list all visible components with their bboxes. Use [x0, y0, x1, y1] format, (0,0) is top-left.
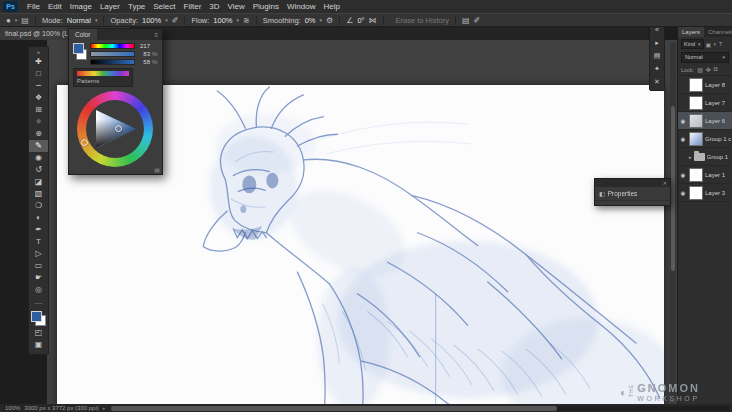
menu-type[interactable]: Type — [124, 0, 149, 13]
color-slider-value[interactable]: 83 — [137, 51, 150, 57]
smoothing-gear-icon[interactable]: ⚙ — [326, 16, 333, 25]
blur-tool[interactable]: ❍ — [29, 200, 48, 212]
sb-marker[interactable] — [115, 125, 122, 132]
zoom-level[interactable]: 100% — [5, 405, 20, 411]
brush-settings-panel-icon[interactable]: ▤ — [462, 16, 470, 25]
brushes-panel-icon[interactable]: ▤ — [654, 52, 661, 60]
lasso-tool[interactable]: ∽ — [29, 80, 48, 92]
symmetry-icon[interactable]: ⋈ — [369, 16, 377, 25]
color-panel-options-icon[interactable]: ▤ — [154, 166, 160, 173]
layer-row-layer-1[interactable]: ◉Layer 1 — [678, 166, 732, 184]
screen-mode-button[interactable]: ▣ — [29, 339, 48, 351]
collapse-toolbar-icon[interactable]: » — [37, 48, 40, 56]
quick-mask-button[interactable]: ◰ — [29, 327, 48, 339]
group-expand-icon[interactable]: ▸ — [689, 154, 692, 160]
color-slider-value[interactable]: 58 — [137, 59, 150, 65]
toggle-brush-panel-icon[interactable]: ▤ — [21, 16, 29, 25]
eraser-tool[interactable]: ◪ — [29, 176, 48, 188]
history-brush-tool[interactable]: ↺ — [29, 164, 48, 176]
patterns-dropdown[interactable]: Patterns — [73, 68, 133, 87]
healing-brush-tool[interactable]: ⊕ — [29, 128, 48, 140]
move-tool[interactable]: ✚ — [29, 56, 48, 68]
lock-icon[interactable]: ✜ — [706, 66, 711, 73]
lock-icon[interactable]: ◘ — [714, 66, 718, 73]
close-icon[interactable]: ✕ — [663, 179, 667, 187]
pressure-size-icon[interactable]: ✐ — [473, 16, 480, 25]
brush-angle-icon[interactable]: ∠ — [346, 16, 353, 25]
type-tool[interactable]: T — [29, 236, 48, 248]
horizontal-scrollbar[interactable] — [111, 406, 730, 411]
visibility-eye-icon[interactable]: ◉ — [679, 118, 687, 124]
smoothing-select[interactable]: 0% — [305, 16, 316, 25]
layer-thumbnail[interactable] — [689, 114, 703, 128]
menu-filter[interactable]: Filter — [180, 0, 206, 13]
eyedropper-tool[interactable]: ✧ — [29, 116, 48, 128]
blend-mode-select[interactable]: Normal ▾ — [681, 52, 729, 63]
layer-filter-icon[interactable]: T — [719, 41, 723, 48]
close-panel-icon[interactable]: ✕ — [654, 78, 660, 86]
layer-thumbnail[interactable] — [689, 168, 703, 182]
clone-stamp-tool[interactable]: ◉ — [29, 152, 48, 164]
hand-tool[interactable]: ☛ — [29, 272, 48, 284]
properties-title-bar[interactable]: ·· ✕ — [595, 179, 670, 187]
erase-to-history-option[interactable]: Erase to History — [396, 16, 449, 25]
horizontal-scrollbar-thumb[interactable] — [111, 406, 556, 411]
layer-row-layer-8[interactable]: Layer 8 — [678, 76, 732, 94]
layer-filter-icon[interactable]: ◐ — [713, 41, 717, 48]
visibility-eye-icon[interactable]: ◉ — [679, 136, 687, 142]
menu-layer[interactable]: Layer — [96, 0, 124, 13]
color-slider[interactable] — [90, 59, 135, 65]
tab-layers[interactable]: Layers — [678, 27, 704, 37]
menu-view[interactable]: View — [224, 0, 249, 13]
menu-file[interactable]: File — [23, 0, 44, 13]
layer-thumbnail[interactable] — [689, 78, 703, 92]
hue-marker[interactable] — [81, 139, 88, 146]
pen-tool[interactable]: ✒ — [29, 224, 48, 236]
layer-thumbnail[interactable] — [689, 96, 703, 110]
path-selection-tool[interactable]: ▷ — [29, 248, 48, 260]
foreground-color-swatch[interactable] — [73, 43, 84, 54]
edit-toolbar-button[interactable]: … — [29, 296, 48, 308]
menu-window[interactable]: Window — [283, 0, 319, 13]
layer-row-layer-7[interactable]: Layer 7 — [678, 94, 732, 112]
layer-thumbnail[interactable] — [689, 186, 703, 200]
layer-row-group-1-c[interactable]: ◉Group 1 c — [678, 130, 732, 148]
layer-thumbnail[interactable] — [689, 132, 703, 146]
tab-channels[interactable]: Channels — [704, 27, 732, 37]
kind-filter-select[interactable]: Kind ▾ — [681, 39, 704, 49]
color-slider-value[interactable]: 217 — [137, 43, 150, 49]
layer-row-layer-3[interactable]: ◉Layer 3 — [678, 184, 732, 202]
crop-tool[interactable]: ⊞ — [29, 104, 48, 116]
dodge-tool[interactable]: ◐ — [29, 212, 48, 224]
menu-edit[interactable]: Edit — [44, 0, 66, 13]
panel-menu-icon[interactable]: ≡ — [154, 32, 162, 38]
opacity-select[interactable]: 100% — [142, 16, 161, 25]
brush-angle-value[interactable]: 0° — [357, 16, 364, 25]
tab-color[interactable]: Color — [69, 29, 97, 40]
menu-plugins[interactable]: Plugins — [249, 0, 283, 13]
shape-tool[interactable]: ▭ — [29, 260, 48, 272]
status-chevron-icon[interactable]: ▸ — [103, 405, 106, 411]
zoom-tool[interactable]: ◎ — [29, 284, 48, 296]
brush-tool[interactable]: ✎ — [29, 140, 48, 152]
layer-row-group-1[interactable]: ▸Group 1 — [678, 148, 732, 166]
pressure-opacity-icon[interactable]: ✐ — [172, 16, 179, 25]
drag-handle-icon[interactable]: ·· — [598, 179, 601, 187]
menu-3d[interactable]: 3D — [205, 0, 223, 13]
color-wheel[interactable] — [74, 90, 158, 170]
vertical-scrollbar-thumb[interactable] — [671, 106, 675, 271]
quick-selection-tool[interactable]: ❖ — [29, 92, 48, 104]
vertical-scrollbar[interactable] — [670, 42, 676, 400]
marquee-tool[interactable]: □ — [29, 68, 48, 80]
airbrush-icon[interactable]: ≋ — [243, 16, 250, 25]
visibility-eye-icon[interactable]: ◉ — [679, 172, 687, 178]
mode-select[interactable]: Normal — [67, 16, 91, 25]
color-slider[interactable] — [90, 51, 135, 57]
properties-row[interactable]: ◧ Properties — [595, 187, 670, 201]
history-panel-icon[interactable]: ▸ — [655, 39, 659, 47]
layer-row-layer-6[interactable]: ◉Layer 6 — [678, 112, 732, 130]
gradient-tool[interactable]: ▧ — [29, 188, 48, 200]
foreground-color-swatch[interactable] — [31, 311, 42, 322]
menu-help[interactable]: Help — [319, 0, 343, 13]
layer-filter-icon[interactable]: ▣ — [706, 41, 712, 48]
